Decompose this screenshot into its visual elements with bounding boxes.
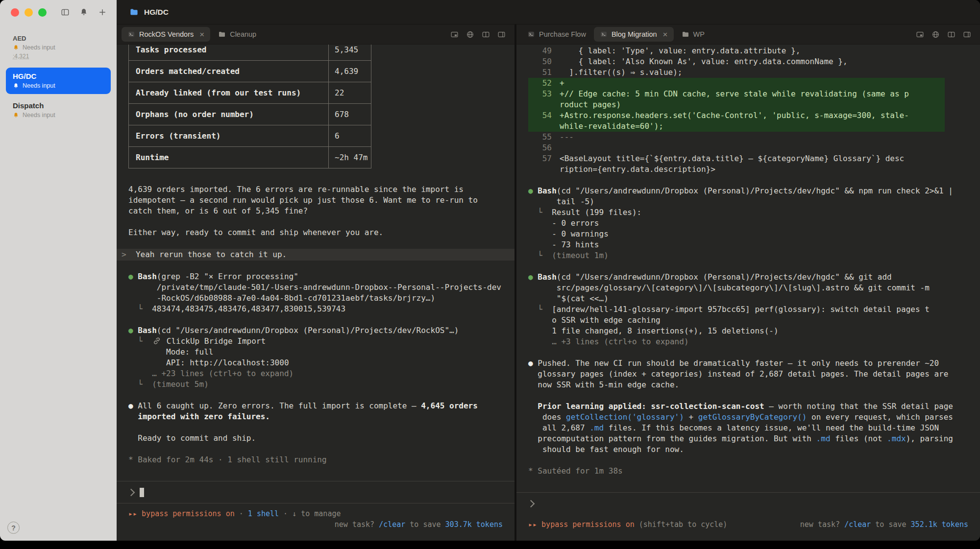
table-value: 22 xyxy=(328,82,371,103)
traffic-lights xyxy=(11,8,47,17)
terminal-line xyxy=(528,390,976,401)
tab-label: Blog Migration xyxy=(612,30,657,38)
pane-right: Purchase FlowBlog Migration×WP 49 { labe… xyxy=(516,24,980,541)
plus-icon[interactable] xyxy=(98,8,107,17)
zoom-window-button[interactable] xyxy=(38,8,47,17)
terminal-line xyxy=(528,347,976,358)
terminal-input[interactable] xyxy=(516,492,980,514)
terminal-line: ● Bash(cd "/Users/andrewdunn/Dropbox (Pe… xyxy=(528,272,976,283)
line-number: 53 xyxy=(528,89,552,99)
tab-wp[interactable]: WP xyxy=(676,27,710,42)
globe-icon[interactable] xyxy=(466,30,474,39)
minimize-window-button[interactable] xyxy=(24,8,33,17)
terminal-line: - 0 errors xyxy=(528,218,976,229)
terminal-line: ● Pushed. The new CI run should be drama… xyxy=(528,358,976,369)
pip-icon[interactable] xyxy=(450,30,459,39)
terminal-line: - 73 hints xyxy=(528,239,976,250)
line-number xyxy=(528,121,552,132)
globe-icon[interactable] xyxy=(931,30,940,39)
panel-right-icon[interactable] xyxy=(963,30,971,39)
line-number xyxy=(528,164,552,175)
tab-close-icon[interactable]: × xyxy=(663,30,668,39)
line-number: 57 xyxy=(528,153,552,164)
terminal-line: now SSR with 5-min edge cache. xyxy=(528,380,976,390)
terminal-input[interactable] xyxy=(117,481,514,503)
terminal-line: tail -5) xyxy=(528,196,976,207)
code-line: 53+// Edge cache: 5 min CDN cache, serve… xyxy=(528,89,945,99)
terminal-line xyxy=(528,175,976,186)
terminal: 49 { label: 'Type', value: entry.data.at… xyxy=(516,45,980,541)
window-title: HG/DC xyxy=(144,8,169,17)
table-value: 6 xyxy=(328,125,371,146)
table-value: 678 xyxy=(328,104,371,125)
terminal-line: Ready to commit and ship. xyxy=(128,433,511,444)
help-button[interactable]: ? xyxy=(7,522,20,534)
table-label: Runtime xyxy=(129,147,328,168)
pane-container: RockOS Vendors×Cleanup Tasks processed5,… xyxy=(117,24,980,541)
terminal-line: ● Bash(cd "/Users/andrewdunn/Dropbox (Pe… xyxy=(528,186,976,196)
table-row: Already linked (from our test runs)22 xyxy=(129,82,371,104)
tab-blog-migration[interactable]: Blog Migration× xyxy=(594,27,674,42)
tab-cleanup[interactable]: Cleanup xyxy=(212,27,262,42)
terminal-line: catch them, or is 6 out of 5,345 fine? xyxy=(128,206,511,216)
workspace-name: HG/DC xyxy=(13,72,104,80)
table-value: ~2h 47m xyxy=(328,147,371,168)
terminal-icon xyxy=(127,30,135,38)
table-label: Orders matched/created xyxy=(129,61,328,82)
main-area: HG/DC RockOS Vendors×Cleanup Tasks proce… xyxy=(117,0,980,541)
status-row: new task? /clear to save 303.7k tokens xyxy=(128,519,503,530)
terminal-line: imported with zero failures. xyxy=(128,411,511,422)
terminal-line: ● All 6 caught up. Zero errors. The full… xyxy=(128,401,511,411)
bell-icon[interactable] xyxy=(79,8,88,17)
terminal-line: "$(cat <<…) xyxy=(528,293,976,304)
sidebar-toggle-icon[interactable] xyxy=(61,8,70,17)
pip-icon[interactable] xyxy=(916,30,924,39)
terminal-line xyxy=(128,390,511,401)
terminal-line: Either way, ready to commit and ship whe… xyxy=(128,227,511,238)
workspace-status: Needs input xyxy=(13,112,104,119)
sidebar-item-aed[interactable]: AEDNeeds input:4,321 xyxy=(6,30,111,65)
table-row: Errors (transient)6 xyxy=(129,125,371,147)
sidebar-item-dispatch[interactable]: DispatchNeeds input xyxy=(6,97,111,123)
status-label: Needs input xyxy=(23,112,55,119)
terminal-icon xyxy=(600,30,608,38)
terminal-line xyxy=(128,444,511,454)
user-message: > Yeah rerun those to catch it up. xyxy=(117,249,514,261)
tab-rockos-vendors[interactable]: RockOS Vendors× xyxy=(122,27,210,42)
tab-purchase-flow[interactable]: Purchase Flow xyxy=(521,27,592,42)
terminal-line: /private/tmp/claude-501/-Users-andrewdun… xyxy=(128,282,511,293)
workspace-list: AEDNeeds input:4,321HG/DCNeeds inputDisp… xyxy=(0,24,117,126)
terminal-line: ● Bash(grep -B2 "× Error processing" xyxy=(128,271,511,282)
split-icon[interactable] xyxy=(947,30,956,39)
code-line: 54+Astro.response.headers.set('Cache-Con… xyxy=(528,110,945,121)
folder-icon xyxy=(129,7,139,17)
code-line: 55--- xyxy=(528,132,945,143)
terminal-line: * Baked for 2m 44s · 1 shell still runni… xyxy=(128,454,511,465)
terminal-line: API: http://localhost:3000 xyxy=(128,358,511,368)
status-bar: ▸▸ bypass permissions on (shift+tab to c… xyxy=(516,514,980,541)
bell-icon xyxy=(13,83,19,89)
workspace-meta[interactable]: :4,321 xyxy=(13,53,104,60)
status-label: Needs input xyxy=(23,44,55,51)
line-number: 49 xyxy=(528,46,552,56)
status-row: ▸▸ bypass permissions on (shift+tab to c… xyxy=(528,519,968,530)
close-window-button[interactable] xyxy=(11,8,19,17)
code-line: 51 ].filter((s) ⇒ s.value); xyxy=(528,67,945,78)
sidebar: AEDNeeds input:4,321HG/DCNeeds inputDisp… xyxy=(0,0,117,541)
table-row: Orders matched/created4,639 xyxy=(129,61,371,82)
terminal-line: idempotent — a second run would pick up … xyxy=(128,195,511,206)
line-number: 55 xyxy=(528,132,552,143)
tabs: RockOS Vendors×Cleanup xyxy=(122,27,262,42)
line-number: 50 xyxy=(528,56,552,67)
tab-close-icon[interactable]: × xyxy=(199,30,204,39)
workspace-status: Needs input xyxy=(13,44,104,51)
panel-right-icon[interactable] xyxy=(497,30,506,39)
workspace-status: Needs input xyxy=(13,82,104,89)
split-icon[interactable] xyxy=(482,30,490,39)
terminal-line xyxy=(128,261,511,271)
sidebar-item-hg-dc[interactable]: HG/DCNeeds input xyxy=(6,68,111,94)
terminal-line: └ ClickUp Bridge Import xyxy=(128,336,511,347)
terminal-line: - 0 warnings xyxy=(528,229,976,239)
table-label: Orphans (no order number) xyxy=(129,104,328,125)
terminal-line xyxy=(128,314,511,325)
